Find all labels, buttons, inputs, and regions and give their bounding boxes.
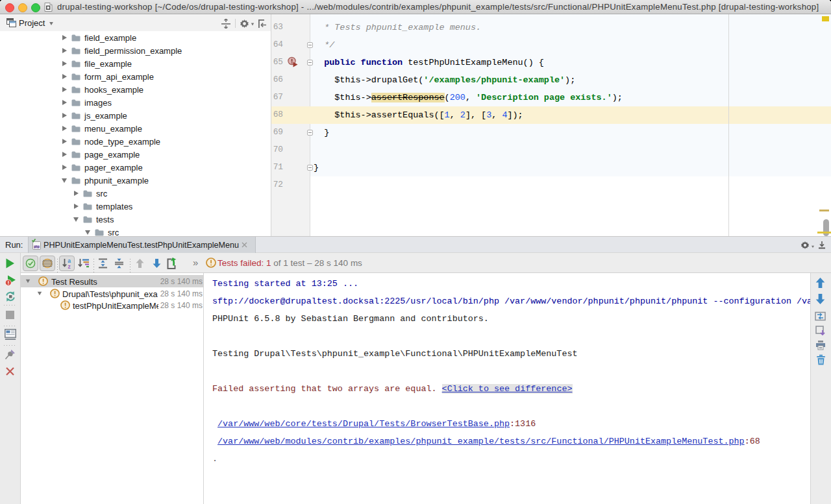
svg-text:z: z xyxy=(68,263,70,269)
svg-text:php: php xyxy=(34,245,40,248)
